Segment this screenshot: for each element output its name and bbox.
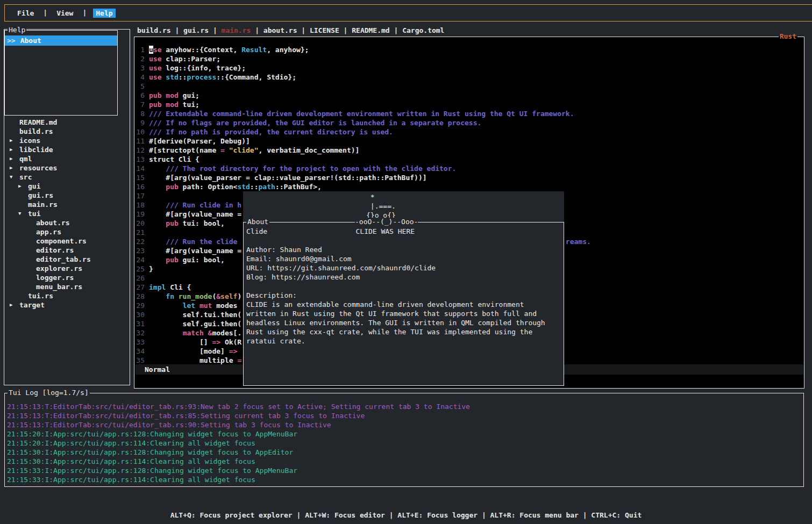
tree-item-qml[interactable]: ▶qml bbox=[4, 154, 130, 163]
tree-item-build.rs[interactable]: build.rs bbox=[4, 127, 130, 136]
tree-item-icons[interactable]: ▶icons bbox=[4, 136, 130, 145]
tree-item-main.rs[interactable]: main.rs bbox=[4, 200, 130, 209]
tree-item-app.rs[interactable]: app.rs bbox=[4, 227, 130, 236]
code-line[interactable]: 7pub mod tui; bbox=[135, 100, 803, 109]
tree-item-tui[interactable]: ▼tui bbox=[4, 209, 130, 218]
code-token: /// If no flags are provided, the GUI ed… bbox=[149, 119, 481, 127]
log-entry-trace: 21:15:13:T:EditorTab:src/tui/editor_tab.… bbox=[7, 411, 802, 420]
code-text: pub mod gui; bbox=[149, 91, 200, 100]
code-token bbox=[149, 183, 166, 191]
code-line[interactable]: 2use clap::Parser; bbox=[135, 54, 803, 63]
tab-separator: | bbox=[297, 26, 309, 34]
code-text: #[arg(value_name = bbox=[149, 246, 241, 255]
code-token: self.tui.then( bbox=[149, 311, 241, 319]
menu-option-about[interactable]: >> About bbox=[5, 35, 117, 46]
code-text: use log::{info, trace}; bbox=[149, 63, 246, 73]
code-text: /// The root directory for the project t… bbox=[149, 164, 456, 173]
code-text: /// If no flags are provided, the GUI ed… bbox=[149, 118, 481, 127]
code-token: impl bbox=[149, 283, 166, 291]
code-token: clap::Parser; bbox=[161, 55, 220, 63]
tree-item-libclide[interactable]: ▶libclide bbox=[4, 145, 130, 154]
tree-item-menu_bar.rs[interactable]: menu_bar.rs bbox=[4, 282, 130, 291]
code-token: modes bbox=[212, 302, 237, 310]
code-line[interactable]: 1use anyhow::{Context, Result, anyhow}; bbox=[135, 45, 803, 54]
tree-item-readme.md[interactable]: README.md bbox=[4, 118, 130, 127]
tab-cargo.toml[interactable]: Cargo.toml bbox=[402, 26, 444, 34]
tui-log-title: Tui Log [log=1.7/s] bbox=[8, 389, 90, 397]
line-number: 24 bbox=[135, 255, 145, 264]
code-token: mut bbox=[200, 302, 212, 310]
line-number: 25 bbox=[135, 264, 145, 274]
code-token: modes[. bbox=[212, 329, 241, 337]
code-line[interactable]: 5 bbox=[135, 82, 803, 91]
line-number: 20 bbox=[135, 219, 145, 228]
code-token: let bbox=[183, 302, 195, 310]
log-entry-info: 21:15:20:I:App:src/tui/app.rs:128:Changi… bbox=[7, 429, 802, 439]
keybinding-help-bar: ALT+Q: Focus project explorer | ALT+W: F… bbox=[0, 492, 812, 524]
code-token: self bbox=[220, 292, 237, 300]
about-ascii-art-border: -ooO--(_)--Ooo- bbox=[355, 218, 418, 226]
code-token: path bbox=[259, 183, 275, 191]
tab-separator: | bbox=[339, 26, 352, 34]
code-line[interactable]: 16 pub path: Option<std::path::PathBuf>, bbox=[135, 182, 803, 191]
code-token: mod bbox=[166, 91, 178, 99]
code-line[interactable]: 15 #[arg(value_parser = clap::value_pars… bbox=[135, 173, 803, 182]
tree-item-resources[interactable]: ▶resources bbox=[4, 163, 130, 173]
menu-bar-items: File|View|Help bbox=[15, 9, 116, 18]
log-entry-trace: 21:15:13:T:EditorTab:src/tui/editor_tab.… bbox=[7, 420, 802, 429]
code-token: ::PathBuf>, bbox=[275, 183, 322, 191]
code-text: use anyhow::{Context, Result, anyhow}; bbox=[149, 45, 309, 54]
tab-license[interactable]: LICENSE bbox=[310, 26, 339, 34]
line-number: 21 bbox=[135, 228, 145, 237]
code-token: use bbox=[149, 64, 161, 72]
about-popup-content: Clide CLIDE WAS HERE Author: Shaun Reed … bbox=[244, 222, 564, 346]
code-line[interactable]: 10/// If no path is provided, the curren… bbox=[135, 127, 803, 137]
tree-item-component.rs[interactable]: component.rs bbox=[4, 236, 130, 246]
code-token: log::{info, trace}; bbox=[161, 64, 246, 72]
tree-item-gui.rs[interactable]: gui.rs bbox=[4, 191, 130, 200]
tree-item-label: explorer.rs bbox=[36, 264, 82, 273]
code-token: , verbatim_doc_comment)] bbox=[259, 146, 360, 154]
tree-item-editor.rs[interactable]: editor.rs bbox=[4, 246, 130, 255]
about-popup-box: About -ooO--(_)--Ooo- Clide CLIDE WAS HE… bbox=[243, 222, 564, 386]
code-line[interactable]: 8/// Extendable command-line driven deve… bbox=[135, 109, 803, 118]
line-number: 5 bbox=[135, 82, 145, 91]
menu-separator: | bbox=[43, 9, 47, 18]
tree-item-editor_tab.rs[interactable]: editor_tab.rs bbox=[4, 255, 130, 264]
tree-item-src[interactable]: ▼src bbox=[4, 173, 130, 182]
tab-about.rs[interactable]: about.rs bbox=[263, 26, 297, 34]
code-text: [] => Ok(R bbox=[149, 338, 241, 347]
code-token: "clide" bbox=[229, 146, 259, 154]
code-line[interactable]: 12#[structopt(name = "clide", verbatim_d… bbox=[135, 146, 803, 155]
code-line[interactable]: 6pub mod gui; bbox=[135, 91, 803, 100]
tree-item-logger.rs[interactable]: logger.rs bbox=[4, 273, 130, 282]
code-token bbox=[149, 256, 166, 264]
code-line[interactable]: 4use std::process::{Command, Stdio}; bbox=[135, 73, 803, 82]
selection-prefix: >> bbox=[7, 37, 16, 45]
code-token: se bbox=[153, 46, 162, 54]
tab-gui.rs[interactable]: gui.rs bbox=[183, 26, 209, 34]
menu-item-file[interactable]: File bbox=[15, 9, 37, 18]
menu-item-help[interactable]: Help bbox=[93, 9, 115, 18]
code-line[interactable]: 11#[derive(Parser, Debug)] bbox=[135, 137, 803, 146]
tree-item-gui[interactable]: ▶gui bbox=[4, 182, 130, 191]
tree-item-explorer.rs[interactable]: explorer.rs bbox=[4, 264, 130, 273]
code-line[interactable]: 13struct Cli { bbox=[135, 155, 803, 164]
menu-item-view[interactable]: View bbox=[54, 9, 76, 18]
code-line[interactable]: 3use log::{info, trace}; bbox=[135, 63, 803, 73]
tree-item-target[interactable]: ▶target bbox=[4, 300, 130, 310]
code-line[interactable]: 14 /// The root directory for the projec… bbox=[135, 164, 803, 173]
tree-item-tui.rs[interactable]: tui.rs bbox=[4, 291, 130, 300]
line-number: 8 bbox=[135, 109, 145, 118]
code-text: let mut modes bbox=[149, 301, 237, 310]
line-number: 13 bbox=[135, 155, 145, 164]
code-token: std bbox=[237, 183, 250, 191]
tab-build.rs[interactable]: build.rs bbox=[137, 26, 171, 34]
tab-readme.md[interactable]: README.md bbox=[352, 26, 389, 34]
file-tree: README.mdbuild.rs▶icons▶libclide▶qml▶res… bbox=[4, 118, 130, 310]
tab-main.rs[interactable]: main.rs bbox=[222, 26, 251, 34]
tui-log-panel: Tui Log [log=1.7/s] 21:15:13:T:EditorTab… bbox=[4, 393, 804, 487]
tree-item-about.rs[interactable]: about.rs bbox=[4, 218, 130, 227]
editor-tab-bar: build.rs | gui.rs | main.rs | about.rs |… bbox=[137, 26, 444, 35]
code-line[interactable]: 9/// If no flags are provided, the GUI e… bbox=[135, 118, 803, 127]
